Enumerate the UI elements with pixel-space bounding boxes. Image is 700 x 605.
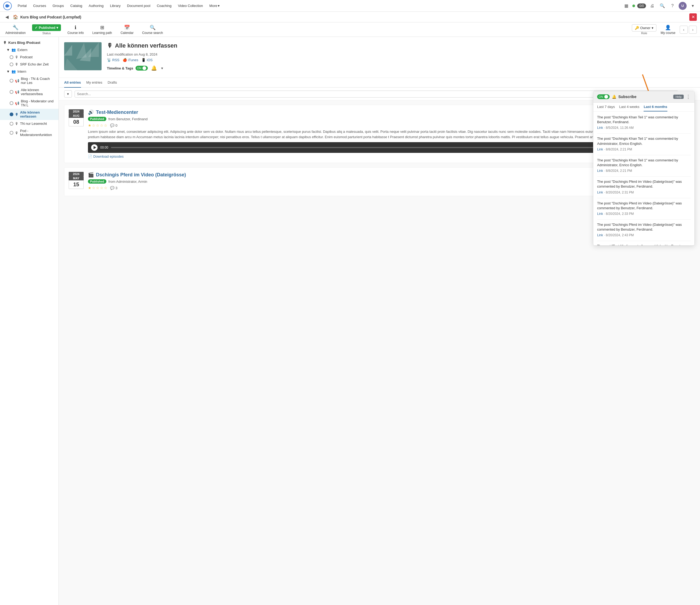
play-button[interactable] bbox=[91, 144, 98, 151]
prev-button[interactable]: ‹ bbox=[680, 26, 688, 34]
home-icon[interactable]: 🏠 bbox=[13, 15, 18, 20]
ios-link[interactable]: 📱 iOS bbox=[142, 58, 153, 62]
search-input[interactable] bbox=[77, 92, 665, 96]
notif-link-5[interactable]: Link bbox=[597, 233, 603, 237]
notification-item-3: The post "Dschingis Pferd im Video (Date… bbox=[597, 179, 691, 194]
info-icon: ℹ bbox=[75, 25, 76, 30]
sidebar-extern[interactable]: ▼ 👥 Extern bbox=[0, 46, 58, 53]
path-icon: ⊞ bbox=[100, 25, 104, 30]
circle-pod-mod bbox=[9, 131, 14, 135]
search-icon[interactable]: 🔍 bbox=[658, 2, 666, 10]
circle-blog-tn bbox=[9, 79, 14, 82]
filter-dropdown[interactable]: ▾ bbox=[64, 90, 72, 98]
sidebar-pod-mod[interactable]: 🎙 Pod - Moderatorenfunktion bbox=[0, 127, 58, 138]
app-logo[interactable] bbox=[3, 2, 12, 10]
course-info-button[interactable]: ℹ Course info bbox=[65, 24, 86, 36]
subtab-4weeks[interactable]: Last 4 weeks bbox=[619, 103, 640, 111]
nav-coaching[interactable]: Coaching bbox=[154, 2, 174, 9]
nav-portal[interactable]: Portal bbox=[15, 2, 29, 9]
subscribe-bell-icon: 🔔 bbox=[612, 95, 616, 99]
entry-author-2: from Administrator, Armin bbox=[108, 180, 147, 183]
date-year-1: 2024 bbox=[69, 109, 84, 114]
nav-courses[interactable]: Courses bbox=[30, 2, 49, 9]
next-button[interactable]: › bbox=[689, 26, 697, 34]
sidebar-root[interactable]: 🎙 Kurs Blog /Podcast bbox=[0, 39, 58, 46]
sidebar-alle-bea[interactable]: 📢 Alle können verfassen/bea bbox=[0, 86, 58, 98]
subscribe-toggle[interactable]: ON bbox=[597, 94, 610, 99]
megaphone3-icon: 📢 bbox=[15, 101, 19, 105]
course-info-section: 🎙 Alle können verfassen Last modificatio… bbox=[107, 42, 695, 72]
score-badge: 0/0 bbox=[637, 3, 646, 8]
sidebar-blog-tn[interactable]: 📢 Blog - TN & Coach nur Les bbox=[0, 75, 58, 86]
grid-icon[interactable]: ▦ bbox=[622, 2, 630, 10]
podcast3-icon: 🎙 bbox=[15, 112, 19, 117]
tab-all-entries[interactable]: All entries bbox=[64, 78, 81, 87]
notif-link-2[interactable]: Link bbox=[597, 169, 603, 173]
close-button[interactable]: ✕ bbox=[689, 14, 697, 21]
bell-icon[interactable]: 🔔 bbox=[150, 64, 158, 72]
print-icon[interactable]: 🖨 bbox=[648, 2, 656, 10]
course-search-button[interactable]: 🔍 Course search bbox=[140, 24, 165, 36]
notif-link-3[interactable]: Link bbox=[597, 191, 603, 194]
notif-text-2: The post "Dschingis Khan Teil 1" was com… bbox=[597, 158, 691, 168]
sidebar-podcast[interactable]: 🎙 Podcast bbox=[0, 53, 58, 61]
stars-2[interactable]: ★☆☆☆☆ bbox=[88, 186, 108, 190]
admin-button[interactable]: 🔧 Administration bbox=[3, 24, 28, 36]
subscribe-body: The post "Dschingis Khan Teil 1" was com… bbox=[593, 112, 694, 245]
user-chevron-down-icon[interactable]: ▾ bbox=[689, 2, 697, 10]
nav-authoring[interactable]: Authoring bbox=[86, 2, 106, 9]
sidebar-blog-mod[interactable]: 📢 Blog - Moderator und TN L bbox=[0, 98, 58, 109]
notif-date-text-4: 8/20/2024, 2:33 PM bbox=[606, 212, 634, 216]
podcast5-icon: 🎙 bbox=[15, 131, 19, 135]
calendar-button[interactable]: 📅 Calendar bbox=[118, 24, 136, 36]
rss-link[interactable]: 📡 RSS bbox=[107, 58, 120, 62]
calendar-icon: 📅 bbox=[124, 25, 130, 30]
nav-catalog[interactable]: Catalog bbox=[68, 2, 85, 9]
nav-video-collection[interactable]: Video Collection bbox=[175, 2, 206, 9]
sidebar-tn-lese[interactable]: 🎙 TN nur Leserecht bbox=[0, 120, 58, 127]
subtab-7days[interactable]: Last 7 days bbox=[597, 103, 615, 111]
sidebar-intern[interactable]: ▼ 👥 Intern bbox=[0, 68, 58, 75]
my-course-button[interactable]: 👤 My course bbox=[658, 24, 678, 36]
notif-link-4[interactable]: Link bbox=[597, 212, 603, 216]
people2-icon: 👥 bbox=[11, 70, 16, 74]
checkmark-icon: ✓ bbox=[35, 26, 38, 30]
help-icon[interactable]: ? bbox=[669, 2, 676, 10]
sidebar-srf[interactable]: 🎙 SRF Echo der Zeit bbox=[0, 61, 58, 68]
rss-icon: 📡 bbox=[107, 58, 111, 62]
subscribe-toggle-dot bbox=[604, 95, 608, 99]
divider-4 bbox=[597, 219, 691, 220]
itunes-link[interactable]: 🍎 iTunes bbox=[123, 58, 139, 62]
notif-date-sep-3: · bbox=[604, 191, 606, 194]
published-button[interactable]: ✓ Published ▾ bbox=[32, 24, 61, 31]
nav-more-button[interactable]: More ▾ bbox=[207, 2, 222, 9]
course-main-title: 🎙 Alle können verfassen bbox=[107, 42, 695, 49]
timeline-toggle[interactable]: ON bbox=[135, 66, 148, 71]
nav-library[interactable]: Library bbox=[107, 2, 124, 9]
owner-button[interactable]: 🔑 Owner ▾ bbox=[632, 24, 656, 31]
user-avatar[interactable]: U bbox=[679, 2, 686, 10]
play-icon bbox=[94, 146, 96, 149]
comment-count-2: 💬 3 bbox=[110, 186, 117, 190]
subtab-6months[interactable]: Last 6 months bbox=[644, 103, 667, 111]
wrench-icon: 🔧 bbox=[12, 25, 19, 30]
learning-path-button[interactable]: ⊞ Learning path bbox=[90, 24, 114, 36]
sidebar-alle-verfassen[interactable]: 🎙 Alle können verfassen bbox=[0, 109, 58, 120]
podcast-icon: 🎙 bbox=[15, 55, 19, 59]
published-badge-2: Published bbox=[88, 179, 106, 183]
nav-groups[interactable]: Groups bbox=[50, 2, 67, 9]
notif-link-1[interactable]: Link bbox=[597, 148, 603, 151]
megaphone2-icon: 📢 bbox=[15, 90, 19, 94]
help-button[interactable]: Help bbox=[673, 95, 684, 99]
stars-1[interactable]: ★☆☆☆☆ bbox=[88, 123, 108, 127]
course-bar: ◀ 🏠 Kurs Blog und Podcast (Lernpfad) ✕ bbox=[0, 12, 700, 22]
divider-5 bbox=[597, 241, 691, 241]
back-button[interactable]: ◀ bbox=[3, 14, 11, 21]
tab-drafts[interactable]: Drafts bbox=[108, 78, 117, 87]
nav-document-pool[interactable]: Document pool bbox=[124, 2, 153, 9]
bell-chevron-icon[interactable]: ▾ bbox=[160, 65, 164, 71]
entry-author-1: from Benutzer, Ferdinand bbox=[108, 117, 148, 121]
tab-my-entries[interactable]: My entries bbox=[86, 78, 102, 87]
notif-link-0[interactable]: Link bbox=[597, 126, 603, 130]
options-icon[interactable]: ⋮ bbox=[686, 94, 691, 100]
